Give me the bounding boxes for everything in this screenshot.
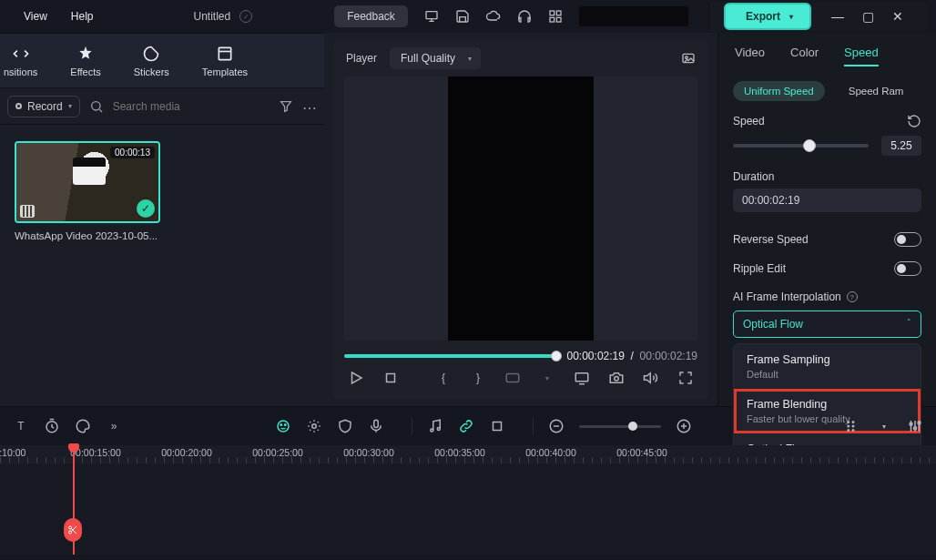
display-icon[interactable] xyxy=(574,370,590,386)
option-frame-sampling[interactable]: Frame Sampling Default xyxy=(734,344,921,389)
svg-rect-12 xyxy=(575,373,588,382)
svg-point-28 xyxy=(848,430,850,432)
mic-icon[interactable] xyxy=(368,418,384,434)
duration-input[interactable]: 00:00:02:19 xyxy=(733,188,921,212)
link-icon[interactable] xyxy=(458,418,474,434)
svg-rect-10 xyxy=(387,374,395,382)
svg-point-21 xyxy=(431,429,433,432)
feedback-button[interactable]: Feedback xyxy=(334,5,408,27)
close-button[interactable]: ✕ xyxy=(892,9,903,24)
timeline-ruler[interactable]: ):10:00 00:00:15:00 00:00:20:00 00:00:25… xyxy=(0,445,936,463)
preview-stage[interactable] xyxy=(344,76,697,341)
timeline-tracks[interactable] xyxy=(0,463,936,555)
svg-rect-5 xyxy=(219,47,230,59)
speed-slider[interactable] xyxy=(733,144,869,148)
video-badge-icon xyxy=(20,205,35,218)
volume-icon[interactable] xyxy=(643,370,659,386)
desktop-icon[interactable] xyxy=(424,9,439,24)
zoom-in-button[interactable] xyxy=(676,418,692,434)
uniform-speed-pill[interactable]: Uniform Speed xyxy=(733,81,825,101)
palette-icon[interactable] xyxy=(75,418,91,434)
menu-help[interactable]: Help xyxy=(71,10,94,23)
tab-templates[interactable]: Templates xyxy=(202,45,248,77)
svg-marker-14 xyxy=(645,373,651,383)
transitions-icon xyxy=(12,45,30,63)
svg-point-36 xyxy=(69,531,72,534)
snapshot-icon[interactable] xyxy=(681,51,696,66)
info-icon[interactable]: ? xyxy=(847,291,858,302)
minimize-button[interactable]: — xyxy=(831,9,844,24)
svg-point-27 xyxy=(848,425,850,427)
chevron-down-icon: ▾ xyxy=(468,55,472,63)
menu-view[interactable]: View xyxy=(24,10,47,23)
timecode: 00:00:02:19 / 00:00:02:19 xyxy=(567,350,697,362)
search-input[interactable] xyxy=(113,100,270,113)
inspector-panel: Video Color Speed Uniform Speed Speed Ra… xyxy=(717,33,936,406)
speed-value[interactable]: 5.25 xyxy=(881,136,921,156)
zoom-slider[interactable] xyxy=(579,425,661,428)
list-view-icon[interactable] xyxy=(845,418,861,434)
svg-point-35 xyxy=(69,526,72,529)
timer-icon[interactable] xyxy=(44,418,60,434)
reset-speed-icon[interactable] xyxy=(907,114,921,128)
tab-color[interactable]: Color xyxy=(790,46,819,66)
sparkle-icon[interactable] xyxy=(306,418,322,434)
stop-button[interactable] xyxy=(382,370,399,386)
account-box[interactable] xyxy=(579,6,688,26)
clip-thumbnail[interactable]: 00:00:13 ✓ xyxy=(15,141,160,223)
save-icon[interactable] xyxy=(455,9,470,24)
zoom-out-button[interactable] xyxy=(548,418,565,434)
chevron-down-icon[interactable]: ▾ xyxy=(876,418,892,434)
tab-effects[interactable]: Effects xyxy=(70,45,100,77)
more-icon[interactable]: ⋯ xyxy=(302,99,317,114)
crop-icon[interactable] xyxy=(489,418,505,434)
more-tools-icon[interactable]: » xyxy=(106,418,122,434)
svg-point-31 xyxy=(852,430,854,432)
duration-label: Duration xyxy=(733,170,774,183)
tab-stickers[interactable]: Stickers xyxy=(134,45,169,77)
tab-transitions[interactable]: nsitions xyxy=(4,45,37,77)
svg-rect-23 xyxy=(493,423,502,431)
caption-icon[interactable] xyxy=(504,370,521,386)
headphones-icon[interactable] xyxy=(517,9,532,24)
filter-icon[interactable] xyxy=(279,99,293,114)
mark-out-button[interactable]: } xyxy=(470,370,486,386)
export-button[interactable]: Export ▾ xyxy=(724,3,811,30)
clip-name: WhatsApp Video 2023-10-05... xyxy=(15,230,160,241)
speed-ramp-pill[interactable]: Speed Ram xyxy=(838,81,915,101)
cloud-icon[interactable] xyxy=(486,9,501,24)
chevron-down-icon: ▾ xyxy=(789,13,793,21)
titlebar: View Help Untitled ✓ Feedback Export ▾ —… xyxy=(0,0,936,33)
grid-icon[interactable] xyxy=(548,9,563,24)
tab-speed[interactable]: Speed xyxy=(844,46,879,66)
text-tool-icon[interactable]: T xyxy=(13,418,29,434)
mixer-icon[interactable] xyxy=(907,418,923,434)
svg-rect-1 xyxy=(550,11,554,15)
reverse-toggle[interactable] xyxy=(894,232,921,247)
fullscreen-icon[interactable] xyxy=(677,370,694,386)
maximize-button[interactable]: ▢ xyxy=(862,9,874,24)
play-button[interactable] xyxy=(348,370,364,386)
svg-point-26 xyxy=(848,422,850,423)
chevron-down-icon[interactable]: ▾ xyxy=(539,370,555,386)
music-icon[interactable] xyxy=(427,418,443,434)
ai-face-icon[interactable] xyxy=(275,418,291,434)
shield-icon[interactable] xyxy=(337,418,353,434)
used-badge-icon: ✓ xyxy=(137,199,155,218)
preview-slider[interactable] xyxy=(344,354,556,358)
svg-point-22 xyxy=(437,428,440,431)
preview-label: Player xyxy=(346,52,377,65)
search-icon xyxy=(89,99,104,114)
saved-status-icon: ✓ xyxy=(239,10,252,23)
camera-icon[interactable] xyxy=(608,370,625,386)
quality-select[interactable]: Full Quality▾ xyxy=(390,47,481,69)
tab-video[interactable]: Video xyxy=(735,46,765,66)
svg-point-13 xyxy=(615,377,619,382)
ripple-toggle[interactable] xyxy=(894,261,921,276)
mark-in-button[interactable]: { xyxy=(435,370,452,386)
media-clip[interactable]: 00:00:13 ✓ WhatsApp Video 2023-10-05... xyxy=(15,141,160,241)
cut-handle[interactable] xyxy=(64,518,82,542)
interpolation-select[interactable]: Optical Flow ˄ xyxy=(733,311,921,338)
option-frame-blending[interactable]: Frame Blending Faster but lower quality xyxy=(734,389,921,433)
record-button[interactable]: Record ▾ xyxy=(7,96,80,117)
